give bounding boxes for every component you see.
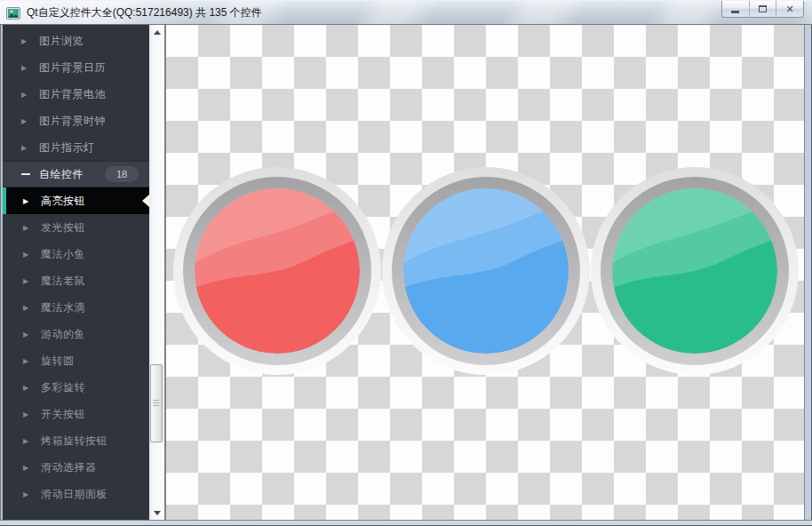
maximize-icon [759,5,767,12]
chevron-right-icon: ▶ [23,357,34,365]
chevron-right-icon: ▶ [21,144,32,152]
sidebar-item-image-indicator[interactable]: ▶ 图片指示灯 [3,134,149,161]
sidebar-item-swimming-fish[interactable]: ▶ 游动的鱼 [3,321,149,347]
sidebar-item-label: 滑动选择器 [41,460,97,475]
sidebar-item-oven-knob[interactable]: ▶ 烤箱旋转按钮 [3,427,149,454]
button-face-blue [403,188,569,354]
highlight-button-red[interactable] [173,167,381,375]
chevron-right-icon: ▶ [21,64,32,72]
sidebar-item-label: 魔法水滴 [41,300,85,315]
button-face-green [612,188,777,354]
arrow-up-icon [154,30,161,35]
sidebar-group-selfdrawn[interactable]: 自绘控件 18 [3,161,149,187]
collapse-minus-icon [21,173,30,175]
sidebar-scrollbar[interactable] [149,25,164,520]
scroll-down-button[interactable] [149,506,164,520]
app-picture-icon [6,6,20,20]
sidebar-item-colorful-rotate[interactable]: ▶ 多彩旋转 [3,374,149,401]
sidebar-item-image-battery[interactable]: ▶ 图片背景电池 [3,81,149,108]
chevron-right-icon: ▶ [23,277,34,285]
sidebar-item-label: 高亮按钮 [41,194,85,209]
sidebar-item-label: 烤箱旋转按钮 [41,434,107,449]
chevron-right-icon: ▶ [21,91,32,99]
close-icon: ✕ [786,4,794,14]
sidebar-item-label: 游动的鱼 [41,327,85,342]
chevron-right-icon: ▶ [23,251,34,259]
sidebar-item-label: 图片背景日历 [39,60,106,76]
scrollbar-thumb[interactable] [150,364,163,442]
sidebar-item-label: 图片指示灯 [39,140,95,155]
sidebar-item-label: 图片背景电池 [39,87,106,102]
highlight-button-green[interactable] [591,167,799,375]
chevron-right-icon: ▶ [23,464,34,472]
chevron-right-icon: ▶ [23,384,34,392]
window-title: Qt自定义控件大全(QQ:517216493) 共 135 个控件 [27,1,262,25]
sidebar-item-magic-mouse[interactable]: ▶ 魔法老鼠 [3,267,149,294]
sidebar-item-label: 开关按钮 [41,407,85,422]
sidebar-nav: ▶ 图片浏览 ▶ 图片背景日历 ▶ 图片背景电池 ▶ 图片背景时钟 ▶ 图片指示… [3,25,149,520]
sidebar-item-highlight-button[interactable]: ▶ 高亮按钮 [3,187,149,214]
chevron-right-icon: ▶ [23,437,34,445]
highlight-button-blue[interactable] [382,167,590,375]
sidebar-item-glow-button[interactable]: ▶ 发光按钮 [3,214,149,241]
maximize-button[interactable] [750,1,777,17]
sidebar-item-slide-selector[interactable]: ▶ 滑动选择器 [3,454,149,481]
scroll-up-button[interactable] [149,25,164,39]
chevron-right-icon: ▶ [23,410,34,418]
sidebar-item-label: 滑动日期面板 [41,487,107,502]
sidebar-item-label: 图片背景时钟 [39,114,106,129]
sidebar-item-magic-fish[interactable]: ▶ 魔法小鱼 [3,241,149,267]
chevron-right-icon: ▶ [23,490,34,498]
sidebar-item-label: 图片浏览 [39,34,84,49]
app-window: Qt自定义控件大全(QQ:517216493) 共 135 个控件 ✕ ▶ 图片… [0,0,812,526]
sidebar-item-switch-button[interactable]: ▶ 开关按钮 [3,401,149,427]
button-face-red [195,188,360,354]
sidebar-item-label: 魔法小鱼 [41,247,85,262]
chevron-right-icon: ▶ [21,37,32,45]
count-badge: 18 [105,166,139,182]
sidebar-item-label: 发光按钮 [41,220,85,235]
sidebar-item-image-clock[interactable]: ▶ 图片背景时钟 [3,108,149,134]
sidebar-item-image-browse[interactable]: ▶ 图片浏览 [3,28,149,54]
selected-pointer-icon [142,195,149,207]
chevron-right-icon: ▶ [23,304,34,312]
window-frame-bottom [0,520,812,526]
sidebar-group-label: 自绘控件 [39,167,84,182]
sidebar-item-image-calendar[interactable]: ▶ 图片背景日历 [3,54,149,81]
window-frame-right [804,25,812,520]
window-controls: ✕ [721,1,804,18]
chevron-right-icon: ▶ [23,224,34,232]
sidebar-item-label: 魔法老鼠 [41,274,85,289]
sidebar-item-slide-date-panel[interactable]: ▶ 滑动日期面板 [3,481,149,507]
sidebar-item-label: 多彩旋转 [41,380,85,395]
chevron-right-icon: ▶ [21,117,32,125]
title-bar: Qt自定义控件大全(QQ:517216493) 共 135 个控件 ✕ [0,0,812,25]
sidebar-item-magic-drop[interactable]: ▶ 魔法水滴 [3,294,149,321]
sidebar-item-label: 旋转圆 [41,354,75,369]
chevron-right-icon: ▶ [23,331,34,339]
minimize-icon [731,11,739,13]
arrow-down-icon [154,511,161,515]
close-button[interactable]: ✕ [776,1,803,17]
minimize-button[interactable] [722,1,750,17]
sidebar-item-rotating-circle[interactable]: ▶ 旋转圆 [3,347,149,374]
content-area-checkerboard [166,25,804,520]
chevron-right-icon: ▶ [23,197,34,205]
